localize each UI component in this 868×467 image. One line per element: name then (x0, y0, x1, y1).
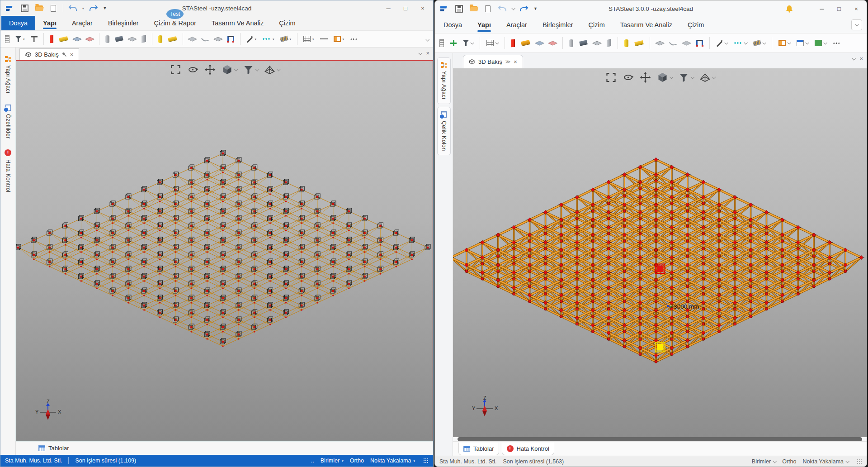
slab-gray-button[interactable] (74, 36, 80, 43)
dropdown-icon[interactable] (787, 41, 791, 44)
new-file-button[interactable] (48, 3, 58, 13)
tab-close-icon[interactable]: × (514, 58, 517, 65)
menu-item-birle-imler[interactable]: Birleşimler (535, 17, 581, 33)
grid-button[interactable] (486, 40, 498, 46)
snap-points-button[interactable]: ▾ (262, 38, 274, 41)
menu-item-ara-lar[interactable]: Araçlar (499, 17, 535, 33)
pile-yellow-button[interactable] (624, 39, 628, 47)
space-frame-model[interactable] (453, 68, 867, 437)
tabgroup-close-icon[interactable]: × (859, 56, 863, 62)
wall-gray-button[interactable] (142, 35, 146, 43)
menu-item-dosya[interactable]: Dosya (436, 17, 470, 33)
slab-red-button[interactable] (86, 36, 93, 43)
minimize-button[interactable]: ─ (381, 2, 396, 14)
tab-3d-view[interactable]: 3D Bakış ≫ × (463, 55, 523, 68)
plate-curved-button[interactable] (202, 37, 209, 42)
redo-button[interactable] (89, 3, 99, 13)
minimize-button[interactable]: ─ (814, 3, 830, 14)
new-file-button[interactable] (483, 4, 493, 14)
selected-node-yellow[interactable] (657, 344, 664, 351)
dropdown-icon[interactable]: ▾ (290, 38, 292, 41)
tab-3d-view[interactable]: 3D Bakış × (19, 48, 79, 60)
plate-curved-button[interactable] (670, 41, 677, 46)
tab-list-dropdown-icon[interactable] (419, 51, 422, 55)
dropdown-icon[interactable] (762, 41, 766, 44)
dropdown-icon[interactable]: ▾ (312, 38, 314, 41)
snap-dropdown[interactable]: Nokta Yakalama▾ (370, 457, 415, 464)
ribbon-collapse-button[interactable] (851, 19, 862, 30)
filter-button[interactable]: ▾ (15, 36, 25, 42)
maximize-button[interactable]: □ (831, 3, 847, 14)
menu-item-birle-imler[interactable]: Birleşimler (100, 16, 146, 30)
table-button[interactable] (778, 40, 790, 46)
save-button[interactable] (19, 3, 29, 13)
pile-gray-button[interactable] (569, 39, 573, 47)
measure-tool-button[interactable] (716, 40, 727, 47)
view-cube-button[interactable] (221, 64, 237, 76)
portal-frame-button[interactable] (227, 36, 234, 42)
dropdown-icon[interactable]: ▾ (273, 38, 274, 41)
dropdown-icon[interactable] (470, 41, 474, 44)
menu-item-dosya[interactable]: Dosya (1, 16, 35, 30)
ortho-toggle[interactable]: Ortho (350, 457, 364, 464)
plate-flat-button[interactable] (189, 36, 196, 43)
dropdown-icon[interactable] (724, 41, 728, 44)
menu-item-yap[interactable]: Yapı (35, 16, 64, 30)
column-profile-button[interactable] (439, 39, 444, 47)
view-filter-button[interactable] (678, 71, 693, 83)
tab-hata-kontrol[interactable]: Hata Kontrol (502, 443, 554, 455)
units-dropdown[interactable]: Birimler (752, 458, 776, 465)
ortho-toggle[interactable]: Ortho (782, 458, 796, 465)
slab-red-button[interactable] (549, 40, 556, 47)
column-profile-button[interactable] (5, 35, 9, 43)
fit-view-button[interactable] (170, 64, 181, 76)
pin-icon[interactable] (62, 52, 67, 57)
sidebar-item-yap-a-ac[interactable]: Yapı Ağacı (0, 52, 15, 98)
sidebar-item-zellikler[interactable]: Özellikler (0, 100, 15, 143)
pan-button[interactable] (204, 64, 216, 76)
undo-history-dropdown[interactable] (511, 6, 515, 10)
tabgroup-close-icon[interactable]: × (426, 50, 429, 56)
tab-close-icon[interactable]: × (70, 51, 74, 58)
orbit-button[interactable] (187, 64, 198, 76)
dropdown-icon[interactable] (669, 75, 673, 79)
beam-yellow-2-button[interactable] (168, 37, 177, 41)
view-filter-button[interactable] (242, 64, 258, 76)
menu-item-izim[interactable]: Çizim (271, 16, 303, 30)
dropdown-icon[interactable] (690, 75, 694, 79)
view-cube-button[interactable] (656, 71, 672, 83)
beam-orange-button[interactable] (521, 41, 530, 45)
slab-gray-button[interactable] (536, 40, 543, 47)
plate-gray-button[interactable] (594, 40, 600, 47)
plate-flat-button[interactable] (656, 40, 663, 47)
menu-item-tasar-m-ve-analiz[interactable]: Tasarım Ve Analiz (613, 17, 680, 33)
maximize-button[interactable]: □ (398, 2, 413, 14)
notification-bell-icon[interactable] (784, 4, 794, 14)
more-commands-button[interactable] (833, 43, 840, 44)
undo-button[interactable] (68, 3, 78, 13)
sidebar-item-elik-kolon[interactable]: Çelik Kolon (437, 107, 451, 156)
dropdown-icon[interactable] (234, 67, 237, 71)
undo-history-dropdown[interactable]: ▾ (82, 7, 84, 10)
close-button[interactable]: × (415, 2, 430, 14)
open-folder-button[interactable] (34, 3, 44, 13)
line-button[interactable] (320, 38, 328, 40)
horizontal-scrollbar[interactable] (458, 437, 862, 441)
dropdown-icon[interactable] (805, 41, 809, 44)
left-3d-viewport[interactable]: Z Y X (16, 60, 433, 441)
tab-tablolar[interactable]: Tablolar (34, 443, 74, 453)
wall-gray-button[interactable] (607, 39, 611, 47)
pan-button[interactable] (639, 71, 651, 83)
unpin-icon[interactable]: ≫ (505, 59, 511, 65)
selected-node-red[interactable] (657, 266, 664, 272)
dropdown-icon[interactable] (495, 41, 499, 44)
axis-tool-button[interactable] (31, 36, 38, 42)
qat-customize-dropdown[interactable]: ▼ (533, 7, 538, 11)
qat-customize-dropdown[interactable]: ▼ (103, 6, 107, 10)
toolbar-overflow-button[interactable] (426, 35, 429, 43)
beam-yellow-button[interactable] (59, 37, 68, 41)
resize-grip[interactable] (423, 458, 429, 463)
redo-button[interactable] (519, 4, 529, 14)
dropdown-icon[interactable]: ▾ (23, 38, 25, 41)
grid-button[interactable]: ▾ (303, 36, 314, 42)
